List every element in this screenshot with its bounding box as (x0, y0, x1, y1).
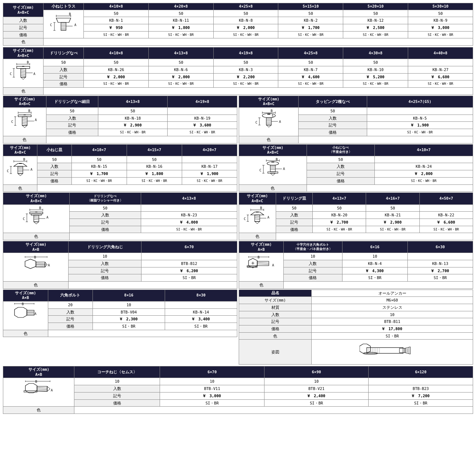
ss-col3-size: 4×20×7 (182, 144, 237, 156)
dnh-col1-qty: 50 (46, 108, 98, 115)
all-anchor-section: 品名 オールアンカー サイズ(mm) M6×60 材質 ステンレス 入数 10 (239, 290, 473, 365)
svg-line-203 (37, 390, 47, 391)
truss-col3-price: ¥ 2,000 (213, 24, 278, 32)
dh-price-label: 価格 (69, 274, 141, 282)
page: サイズ(mm)A×B×C 小ねじトラス 4×10×8 4×20×8 4×25×8… (0, 0, 476, 417)
svg-text:A: A (267, 216, 270, 219)
svg-text:B: B (34, 256, 36, 259)
tapping2-section: サイズ(mm)A×B×C タッピング2種なべ 4×25×7(G5) B C A … (239, 96, 473, 144)
svg-line-165 (257, 262, 269, 263)
ds-col3-code: KB-N-22 (419, 212, 473, 219)
ds-col1-price: ¥ 2,700 (313, 219, 366, 226)
truss-code-label: 記号 (3, 24, 44, 32)
ch-col2-code: KB-N-13 (407, 260, 473, 267)
svg-text:A: A (74, 23, 77, 27)
aa-material-label: 材質 (239, 304, 312, 311)
svg-line-26 (21, 74, 26, 75)
dnj-col1-price: ¥ 4,000 (141, 219, 237, 226)
svg-text:A: A (51, 389, 53, 392)
dn-col5-code: KB-N-10 (343, 66, 408, 74)
svg-line-117 (34, 216, 39, 217)
dh-size-header: サイズ(mm)A×B (3, 241, 69, 253)
cs-col3-code: BTB-B23 (369, 385, 473, 393)
truss-col1-size: 4×10×8 (84, 3, 149, 10)
dnj-color-label: 色 (3, 233, 70, 240)
dh-type-header: ドリリング六角ねじ (69, 241, 141, 253)
small-nabe-hira-section: サイズ(mm)A×B×C 小ねじなべ〈平座金付き〉 4×10×7 B C A (239, 144, 473, 192)
svg-marker-172 (15, 307, 27, 317)
ch-col1-code: KB-N-4 (342, 260, 407, 267)
svg-text:C: C (259, 169, 261, 172)
ch-col1-price: ¥ 4,300 (342, 267, 407, 274)
hb-size-header: サイズ(mm)A×B (3, 290, 48, 301)
truss-col4-code: KB-N-2 (278, 17, 343, 24)
dn-col2-color: SI・KC・WH・BR (148, 80, 213, 88)
dh-screw-svg: B A (20, 256, 52, 277)
truss-col4-size: 5×15×10 (278, 3, 343, 10)
ss-col3-qty: 50 (127, 156, 182, 163)
svg-line-44 (22, 121, 27, 121)
snh-type-header: 小ねじなべ〈平座金付き〉 (307, 144, 374, 156)
row4: サイズ(mm)A×B×C 小ねじ皿 4×10×7 4×15×7 4×20×7 B… (3, 144, 473, 192)
dn-col3-price: ¥ 2,200 (213, 73, 278, 80)
svg-text:B: B (28, 109, 30, 113)
hb-col1-color: SI・BR (93, 323, 165, 330)
truss-col1-qty: 50 (84, 10, 149, 17)
snh-col1-size: 4×10×7 (374, 144, 473, 156)
t2-col1-color: SI・KC・WH・BR (367, 129, 473, 136)
truss-col3-code: KB-N-8 (213, 17, 278, 24)
main-content: サイズ(mm)A×B×C 小ねじトラス 4×10×8 4×20×8 4×25×8… (3, 3, 473, 414)
ds-image: B C A (239, 204, 276, 233)
dnh-type-header: ドリリングなべ細目 (46, 96, 98, 107)
ch-color-label: 色 (239, 281, 284, 288)
svg-text:A: A (48, 263, 50, 267)
ch-image: B A (239, 253, 284, 282)
ds-screw-svg: B C A (243, 205, 272, 231)
hb-bolt-svg: B A (11, 302, 40, 328)
dn-col3-size: 4×19×8 (213, 47, 278, 59)
dn-col4-code: KB-N-7 (278, 66, 343, 74)
dnj-price-label: 価格 (69, 226, 141, 233)
hex-bolt-section: サイズ(mm)A×B 六角ボルト 8×16 8×30 B A (3, 290, 237, 337)
hb-qty-label: 入数 (48, 308, 93, 316)
svg-text:A: A (279, 120, 281, 124)
t2-type-header: タッピング2種なべ (299, 96, 367, 107)
aa-hinmei-val: オールアンカー (312, 290, 473, 297)
truss-col5-color: SI・KC・WH・BR (343, 31, 408, 38)
dnh-price-label: 価格 (46, 129, 98, 136)
dn-type-header: ドリリングなべ (44, 47, 84, 59)
svg-line-24 (21, 71, 26, 72)
svg-text:C: C (7, 169, 9, 173)
dn-col4-qty: 50 (213, 59, 278, 66)
snh-color-label: 色 (239, 184, 307, 192)
snh-screw-svg: B C A (258, 157, 287, 182)
hb-col1-code: BTB-V04 (93, 308, 165, 316)
dnh-image: B C A (3, 108, 46, 136)
truss-col6-code: KB-N-9 (408, 17, 473, 24)
truss-col2-color: SI・KC・WH・BR (148, 31, 213, 38)
ch-col1-qty: 10 (284, 253, 342, 260)
row3: サイズ(mm)A×B×C ドリリングなべ細目 4×13×8 4×19×8 B C… (3, 96, 473, 144)
ss-price-label: 価格 (37, 177, 71, 184)
ss-col3-color: SI・KC・WH・BR (182, 177, 237, 184)
truss-price-label: 価格 (3, 31, 44, 38)
ch-col1-color: SI・BR (342, 274, 407, 282)
cs-col3-size: 6×120 (369, 366, 473, 378)
dn-col6-color: SI・KC・WH・BR (408, 80, 473, 88)
aa-price-val: ¥ 17,800 (312, 325, 473, 333)
truss-col4-qty: 50 (278, 10, 343, 17)
aa-color-val: SI・BR (312, 332, 473, 340)
ch-col2-price: ¥ 2,700 (407, 267, 473, 274)
svg-text:A: A (30, 168, 33, 171)
dn-screw-svg: B C A (9, 60, 38, 85)
svg-rect-98 (268, 172, 278, 173)
ds-size-header: サイズ(mm)A×B×C (239, 193, 276, 204)
hb-price-label: 価格 (48, 323, 93, 330)
dn-col5-price: ¥ 5,200 (343, 73, 408, 80)
dn-col3-qty: 50 (148, 59, 213, 66)
svg-text:A: A (33, 72, 36, 76)
svg-marker-204 (47, 386, 50, 391)
svg-text:B: B (27, 61, 29, 64)
dh-image: B A (3, 253, 69, 282)
svg-rect-191 (399, 348, 405, 353)
